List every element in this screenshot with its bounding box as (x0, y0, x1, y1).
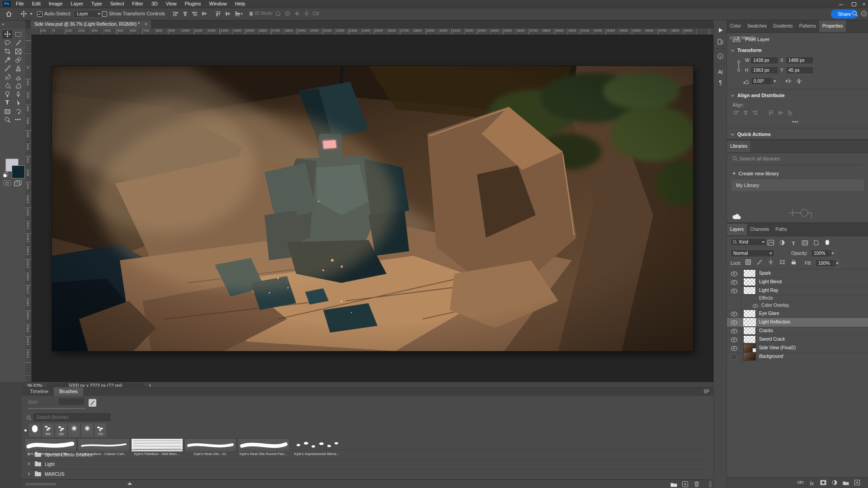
layer-row-light-reflection[interactable]: Light Reflection (727, 318, 868, 327)
visibility-eye-icon[interactable] (731, 272, 737, 276)
3d-roll-icon[interactable] (284, 10, 292, 17)
layer-thumbnail[interactable] (744, 336, 755, 343)
frame-tool[interactable] (13, 47, 23, 56)
visibility-eye-icon[interactable] (731, 280, 737, 285)
paragraph-panel-icon[interactable]: ¶ (716, 78, 725, 87)
layer-thumbnail[interactable] (744, 287, 755, 294)
lock-all-icon[interactable] (788, 259, 798, 266)
filter-toggle-icon[interactable] (822, 239, 832, 246)
shape-tool[interactable] (2, 108, 12, 116)
p-align-right-icon[interactable] (752, 110, 760, 116)
visibility-eye-icon[interactable] (731, 346, 737, 351)
angle-field[interactable]: 0.00° (751, 77, 774, 85)
dock-delete-icon[interactable] (692, 481, 702, 488)
dock-new-group-icon[interactable] (669, 482, 679, 488)
tab-timeline[interactable]: Timeline (24, 387, 54, 396)
layer-row-background[interactable]: Background (727, 352, 868, 361)
align-left-edges-icon[interactable] (173, 11, 181, 17)
visibility-eye-icon[interactable] (731, 338, 737, 342)
rotate-view-tool[interactable] (13, 108, 23, 116)
lock-transparent-icon[interactable] (743, 259, 753, 266)
actions-panel-icon[interactable] (716, 26, 725, 35)
transform-w-field[interactable]: 1438 px (750, 56, 778, 64)
layer-filter-kind-dropdown[interactable]: Kind (731, 238, 760, 246)
menu-filter[interactable]: Filter (128, 0, 147, 7)
layer-thumbnail[interactable] (744, 270, 755, 277)
3d-camera-icon[interactable] (313, 10, 321, 17)
align-right-edges-icon[interactable] (192, 11, 200, 17)
tab-brushes[interactable]: Brushes (54, 387, 83, 396)
menu-3d[interactable]: 3D (147, 0, 162, 7)
libraries-search[interactable]: Search all libraries (732, 156, 862, 165)
blend-mode-dropdown[interactable]: Normal (731, 249, 774, 257)
dock-vscrollbar[interactable] (709, 481, 712, 488)
align-more-button[interactable]: ••• (792, 119, 799, 124)
visibility-eye-icon[interactable] (731, 312, 737, 316)
menu-plugins[interactable]: Plugins (180, 0, 205, 7)
tool-preset-chevron-icon[interactable] (30, 13, 33, 15)
default-colors-icon[interactable] (3, 173, 8, 178)
filter-smart-object-icon[interactable] (811, 240, 821, 246)
layer-row-light-ray[interactable]: Light Ray (727, 286, 868, 296)
create-library-button[interactable]: +Create new library (732, 170, 779, 177)
brush-search-input[interactable] (33, 413, 110, 421)
help-icon[interactable]: ? (861, 10, 868, 17)
layer-thumbnail[interactable] (744, 353, 755, 360)
info-panel-icon[interactable]: i (716, 52, 725, 61)
document-tab[interactable]: Side View.psd @ 36.7% (Light Reflection,… (31, 20, 151, 28)
show-transform-checkbox[interactable] (102, 11, 107, 17)
close-window-button[interactable]: × (863, 1, 868, 6)
transform-x-field[interactable]: 1488 px (786, 56, 814, 64)
document-image[interactable] (52, 66, 693, 351)
brush-tip-scatter-700[interactable]: 700 (94, 423, 106, 437)
menu-select[interactable]: Select (106, 0, 128, 7)
edit-toolbar-button[interactable]: ••• (13, 116, 23, 124)
lock-pixels-icon[interactable] (755, 259, 764, 266)
layer-row-color-overlay[interactable]: Color Overlay (727, 302, 868, 310)
brush-folder-marcus[interactable]: MARCUS (22, 469, 707, 479)
3d-pan-icon[interactable] (294, 10, 302, 17)
type-tool[interactable]: T (2, 99, 12, 107)
opacity-dropdown[interactable] (829, 249, 836, 258)
tab-channels[interactable]: Channels (747, 224, 772, 235)
library-item[interactable]: My Library (731, 179, 864, 191)
healing-brush-tool[interactable] (13, 56, 23, 64)
flip-horizontal-icon[interactable] (785, 78, 792, 84)
layer-thumbnail[interactable] (744, 319, 755, 326)
minimize-button[interactable] (839, 1, 845, 6)
brush-tip-soft-round-2[interactable] (81, 423, 93, 437)
menu-image[interactable]: Image (45, 0, 67, 7)
collapse-toolbar-icon[interactable]: « (2, 22, 5, 27)
tab-properties[interactable]: Properties (819, 20, 846, 32)
path-select-tool[interactable] (13, 99, 23, 107)
brush-size-slider[interactable] (28, 408, 86, 409)
angle-dropdown[interactable] (771, 77, 778, 86)
transform-y-field[interactable]: 45 px (786, 66, 814, 74)
align-section-header[interactable]: Align and Distribute (731, 93, 785, 98)
visibility-eye-icon[interactable] (731, 329, 737, 333)
layer-row-light-blend[interactable]: Light Blend (727, 278, 868, 287)
magic-wand-tool[interactable] (13, 39, 23, 47)
clone-stamp-tool[interactable] (13, 65, 23, 73)
menu-help[interactable]: Help (231, 0, 250, 7)
layer-thumbnail[interactable] (744, 310, 755, 317)
layer-mask-icon[interactable] (818, 480, 828, 486)
dock-hscrollbar[interactable] (25, 483, 56, 485)
filter-type-icon[interactable]: T (788, 241, 798, 246)
tab-swatches[interactable]: Swatches (744, 20, 770, 32)
paint-bucket-tool[interactable] (2, 82, 12, 90)
layer-row-spark[interactable]: Spark (727, 269, 868, 278)
tab-layers[interactable]: Layers (727, 224, 747, 235)
zoom-tool[interactable] (2, 116, 12, 124)
menu-edit[interactable]: Edit (28, 0, 45, 7)
screen-mode-button[interactable] (14, 180, 22, 186)
new-group-icon[interactable] (841, 480, 851, 486)
layer-thumbnail[interactable] (744, 278, 755, 286)
menu-view[interactable]: View (162, 0, 181, 7)
history-panel-icon[interactable] (716, 38, 725, 47)
link-layers-icon[interactable] (796, 479, 806, 486)
brush-size-field[interactable] (59, 398, 84, 405)
filter-adjustment-icon[interactable] (777, 240, 787, 246)
menu-layer[interactable]: Layer (66, 0, 87, 7)
layer-style-fx-icon[interactable]: fx (807, 481, 817, 486)
